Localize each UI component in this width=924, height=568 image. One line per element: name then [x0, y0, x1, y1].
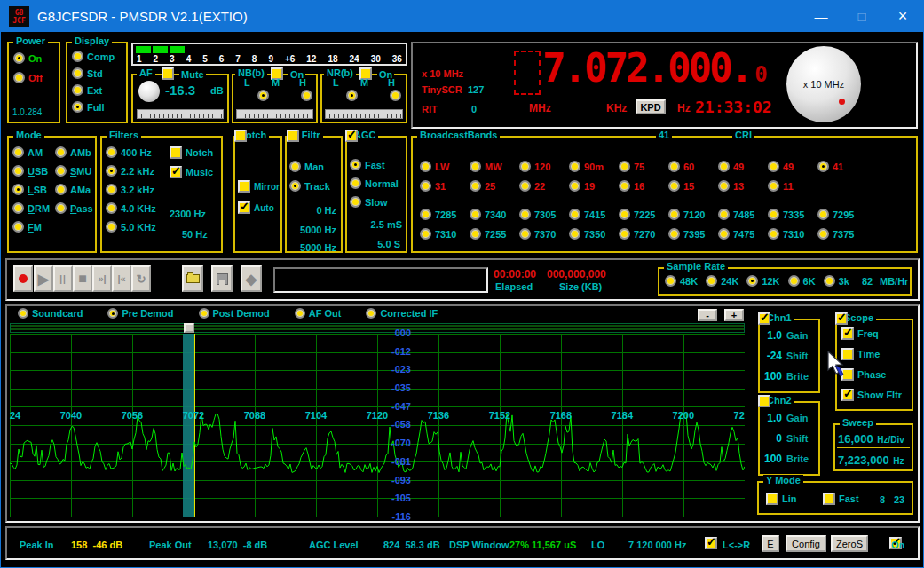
source-option-soundcard[interactable]: Soundcard — [18, 308, 83, 319]
record-button[interactable] — [13, 265, 33, 292]
minimize-button[interactable]: — — [801, 1, 841, 32]
mirror-checkbox-item[interactable]: Mirror — [238, 180, 280, 193]
nb-l-radio[interactable] — [257, 90, 269, 101]
af-volume-knob[interactable] — [138, 81, 160, 102]
mode-option-usb[interactable]: USB — [12, 165, 50, 177]
kpd-button[interactable]: KPD — [636, 99, 666, 114]
eject-button[interactable]: ◆ — [241, 265, 262, 292]
display-option-ext[interactable]: Ext — [72, 84, 115, 96]
display-option-full[interactable]: Full — [72, 101, 115, 113]
save-button[interactable] — [211, 265, 233, 292]
band-16[interactable]: 16 — [619, 180, 668, 192]
mode-option-fm[interactable]: FM — [12, 221, 50, 233]
stop-button[interactable]: ■ — [73, 265, 92, 292]
notch-enable-checkbox[interactable] — [234, 130, 247, 142]
filter-option-5-0-khz[interactable]: 5.0 KHz — [106, 221, 156, 233]
phase-checkbox[interactable] — [841, 368, 854, 381]
if-track-radio[interactable]: Track — [289, 180, 330, 192]
lr-swap-checkbox[interactable] — [705, 537, 717, 549]
close-button[interactable]: × — [882, 1, 923, 32]
band-31[interactable]: 31 — [420, 180, 470, 192]
band-49[interactable]: 49 — [718, 161, 768, 172]
nb-m-radio[interactable] — [301, 90, 312, 101]
agc-enable-checkbox[interactable] — [345, 130, 358, 142]
notch-checkbox-item[interactable]: Notch — [170, 146, 213, 159]
agc-option-slow[interactable]: Slow — [350, 196, 399, 208]
band-19[interactable]: 19 — [569, 180, 619, 192]
zoom-in-button[interactable]: + — [724, 309, 744, 321]
zeros-button[interactable]: ZeroS — [831, 535, 868, 552]
filter-option-400-hz[interactable]: 400 Hz — [106, 146, 156, 158]
power-off-radio[interactable]: Off — [13, 72, 43, 83]
mode-option-smu[interactable]: SMU — [55, 165, 93, 177]
scope-time-item[interactable]: Time — [841, 348, 880, 360]
band-60[interactable]: 60 — [668, 161, 718, 172]
band-mw[interactable]: MW — [470, 161, 519, 172]
sample-rate-option-3k[interactable]: 3k — [824, 275, 849, 287]
spectrum-plot[interactable]: 000-012-023-035-047-058-070-081-093-105-… — [10, 334, 745, 517]
auto-checkbox[interactable] — [238, 201, 250, 214]
band-freq-7310[interactable]: 7310 — [768, 228, 817, 240]
band-freq-7310[interactable]: 7310 — [420, 228, 470, 240]
band-25[interactable]: 25 — [470, 180, 519, 192]
band-freq-7255[interactable]: 7255 — [470, 228, 519, 240]
music-checkbox-item[interactable]: Music — [170, 166, 213, 178]
maximize-button[interactable]: □ — [841, 1, 882, 32]
chn2-enable-checkbox[interactable] — [758, 395, 770, 407]
sample-rate-option-24k[interactable]: 24K — [706, 275, 738, 287]
scope-phase-item[interactable]: Phase — [841, 368, 886, 381]
lin-checkbox[interactable] — [766, 493, 778, 505]
if-man-radio[interactable]: Man — [289, 161, 324, 172]
band-freq-7375[interactable]: 7375 — [817, 228, 867, 240]
band-freq-7225[interactable]: 7225 — [619, 209, 668, 220]
band-75[interactable]: 75 — [619, 161, 668, 172]
source-option-post-demod[interactable]: Post Demod — [199, 308, 270, 319]
mode-option-drm[interactable]: DRM — [12, 202, 50, 214]
band-freq-7475[interactable]: 7475 — [718, 228, 768, 240]
band-freq-7340[interactable]: 7340 — [470, 209, 519, 220]
chn1-enable-checkbox[interactable] — [758, 312, 770, 325]
music-checkbox[interactable] — [170, 166, 182, 178]
band-freq-7485[interactable]: 7485 — [718, 209, 768, 220]
band-freq-7395[interactable]: 7395 — [668, 228, 718, 240]
mode-option-lsb[interactable]: LSB — [12, 184, 50, 195]
nb-slider[interactable] — [236, 109, 313, 119]
mirror-checkbox[interactable] — [238, 180, 250, 193]
tune-slider-handle[interactable] — [184, 323, 194, 333]
time-checkbox[interactable] — [841, 348, 854, 360]
band-13[interactable]: 13 — [718, 180, 768, 192]
agc-option-normal[interactable]: Normal — [350, 178, 399, 189]
config-button[interactable]: Config — [786, 535, 826, 552]
display-option-std[interactable]: Std — [72, 67, 115, 79]
band-freq-7305[interactable]: 7305 — [519, 209, 569, 220]
record-filename-field[interactable] — [273, 267, 488, 293]
fast-forward-button[interactable]: »| — [92, 265, 112, 292]
scope-freq-item[interactable]: Freq — [841, 327, 879, 340]
lin-checkbox-item[interactable]: Lin — [766, 493, 797, 505]
band-22[interactable]: 22 — [519, 180, 569, 192]
band-49[interactable]: 49 — [768, 161, 817, 172]
source-option-pre-demod[interactable]: Pre Demod — [107, 308, 173, 319]
frequency-readout[interactable]: 7.072.000. 0 — [542, 45, 768, 91]
mode-option-pass[interactable]: Pass — [55, 202, 93, 214]
rewind-button[interactable]: |« — [112, 265, 131, 292]
band-freq-7335[interactable]: 7335 — [768, 209, 817, 220]
band-lw[interactable]: LW — [420, 161, 470, 172]
e-button[interactable]: E — [762, 535, 779, 552]
band-11[interactable]: 11 — [768, 180, 817, 192]
sample-rate-option-48k[interactable]: 48K — [665, 275, 698, 287]
tuning-knob[interactable]: x 10 MHz — [786, 46, 861, 122]
zoom-out-button[interactable]: - — [698, 309, 717, 321]
band-90m[interactable]: 90m — [569, 161, 619, 172]
band-freq-7285[interactable]: 7285 — [420, 209, 470, 220]
nr-slider[interactable] — [325, 109, 403, 119]
source-option-corrected-if[interactable]: Corrected IF — [366, 308, 438, 319]
if-filter-checkbox[interactable] — [287, 130, 299, 142]
notch-checkbox[interactable] — [170, 146, 182, 159]
band-freq-7295[interactable]: 7295 — [817, 209, 867, 220]
band-120[interactable]: 120 — [519, 161, 569, 172]
show-fltr-checkbox[interactable] — [841, 389, 854, 401]
band-freq-7415[interactable]: 7415 — [569, 209, 619, 220]
display-option-comp[interactable]: Comp — [72, 51, 115, 62]
agc-option-fast[interactable]: Fast — [350, 159, 399, 170]
